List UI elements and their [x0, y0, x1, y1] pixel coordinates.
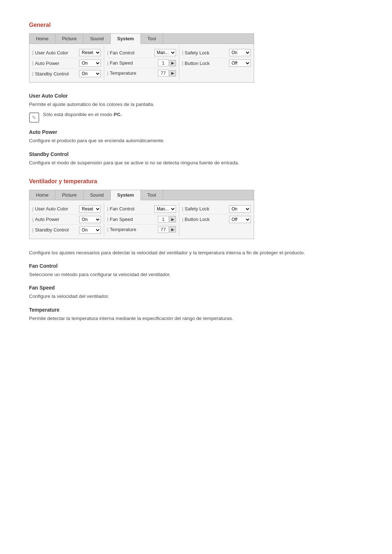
- note-main-text: Sólo está disponible en el modo: [43, 112, 112, 117]
- auto-power-text: Configure el producto para que se encien…: [29, 137, 363, 144]
- ventilador-panel-body: User Auto Color Reset Auto Power On Off: [29, 200, 254, 239]
- ventilador-intro-text: Configure los ajustes necesarios para de…: [29, 249, 363, 257]
- temperature-ctrl-1[interactable]: 77 ▶: [158, 70, 176, 77]
- row-safety-lock-1: Safety Lock On Off: [182, 48, 251, 58]
- row-button-lock-1: Button Lock Off On: [182, 58, 251, 68]
- fan-control-ctrl-1[interactable]: Man... Auto: [154, 49, 176, 56]
- panel-col-3: Safety Lock On Off Button Lock Off On: [179, 46, 254, 80]
- vent-standby-select[interactable]: On Off: [79, 226, 101, 234]
- fan-speed-label-1: Fan Speed: [107, 60, 158, 66]
- vent-fan-control-select[interactable]: Man... Auto: [154, 205, 176, 213]
- ventilador-title: Ventilador y temperatura: [29, 178, 363, 185]
- row-user-auto-color-1: User Auto Color Reset: [32, 48, 101, 58]
- fan-control-text: Seleccione un método para configurar la …: [29, 271, 363, 278]
- user-auto-color-label-1: User Auto Color: [32, 50, 79, 56]
- vent-fan-speed-ctrl[interactable]: 1 ▶: [158, 216, 176, 223]
- panel-col-2: Fan Control Man... Auto Fan Speed 1 ▶: [104, 46, 179, 80]
- user-auto-color-text: Permite el ajuste automático de los colo…: [29, 101, 363, 108]
- temperature-label-1: Temperature: [107, 70, 158, 76]
- vent-safety-lock-select[interactable]: On Off: [229, 205, 251, 213]
- note-bold-text: PC.: [114, 112, 122, 117]
- tab-system-2[interactable]: System: [111, 190, 141, 200]
- auto-power-label-1: Auto Power: [32, 61, 79, 66]
- vent-fan-speed-label: Fan Speed: [107, 217, 158, 222]
- vent-row-temperature: Temperature 77 ▶: [107, 225, 176, 234]
- standby-text: Configure el modo de suspensión para que…: [29, 159, 363, 167]
- safety-lock-ctrl-1[interactable]: On Off: [229, 49, 251, 56]
- fan-control-label-1: Fan Control: [107, 50, 154, 56]
- vent-auto-power-ctrl[interactable]: On Off: [79, 216, 101, 223]
- user-auto-color-select-1[interactable]: Reset: [79, 49, 101, 56]
- user-auto-color-note: ✎ Sólo está disponible en el modo PC.: [29, 112, 363, 123]
- vent-row-user-auto-color: User Auto Color Reset: [32, 204, 101, 214]
- auto-power-select-1[interactable]: On Off: [79, 59, 101, 67]
- tab-tool-2[interactable]: Tool: [141, 190, 163, 200]
- standby-select-1[interactable]: On Off: [79, 70, 101, 77]
- button-lock-ctrl-1[interactable]: Off On: [229, 59, 251, 67]
- vent-user-auto-color-label: User Auto Color: [32, 206, 79, 212]
- vent-standby-label: Standby Control: [32, 227, 79, 233]
- temperature-heading: Temperature: [29, 307, 363, 313]
- fan-control-select-1[interactable]: Man... Auto: [154, 49, 176, 56]
- vent-panel-col-2: Fan Control Man... Auto Fan Speed 1 ▶: [104, 202, 179, 237]
- tab-home-2[interactable]: Home: [29, 190, 56, 200]
- panel-col-1: User Auto Color Reset Auto Power On Off: [29, 46, 104, 80]
- tab-home-1[interactable]: Home: [29, 34, 56, 44]
- ventilador-section: Ventilador y temperatura Home Picture So…: [29, 178, 363, 322]
- vent-button-lock-select[interactable]: Off On: [229, 216, 251, 223]
- vent-user-auto-color-select[interactable]: Reset: [79, 205, 101, 213]
- vent-fan-speed-value: 1: [158, 216, 169, 223]
- vent-row-safety-lock: Safety Lock On Off: [182, 204, 251, 214]
- safety-lock-select-1[interactable]: On Off: [229, 49, 251, 56]
- vent-row-button-lock: Button Lock Off On: [182, 214, 251, 225]
- tab-picture-2[interactable]: Picture: [56, 190, 83, 200]
- tab-sound-2[interactable]: Sound: [83, 190, 111, 200]
- tab-system-1[interactable]: System: [111, 34, 141, 44]
- ventilador-panel: Home Picture Sound System Tool User Auto…: [29, 190, 254, 239]
- general-panel-body: User Auto Color Reset Auto Power On Off: [29, 44, 254, 82]
- standby-heading: Standby Control: [29, 151, 363, 157]
- vent-row-fan-speed: Fan Speed 1 ▶: [107, 214, 176, 225]
- vent-safety-lock-ctrl[interactable]: On Off: [229, 205, 251, 213]
- vent-fan-control-label: Fan Control: [107, 206, 154, 212]
- standby-control-1[interactable]: On Off: [79, 70, 101, 77]
- user-auto-color-heading: User Auto Color: [29, 93, 363, 99]
- vent-temperature-value: 77: [158, 226, 169, 233]
- general-tab-bar: Home Picture Sound System Tool: [29, 34, 254, 44]
- vent-safety-lock-label: Safety Lock: [182, 206, 229, 212]
- row-fan-control-1: Fan Control Man... Auto: [107, 48, 176, 58]
- row-auto-power-1: Auto Power On Off: [32, 58, 101, 69]
- vent-button-lock-label: Button Lock: [182, 217, 229, 222]
- vent-standby-ctrl[interactable]: On Off: [79, 226, 101, 234]
- button-lock-select-1[interactable]: Off On: [229, 59, 251, 67]
- vent-row-auto-power: Auto Power On Off: [32, 214, 101, 225]
- fan-speed-arrow-1[interactable]: ▶: [170, 60, 176, 66]
- ventilador-tab-bar: Home Picture Sound System Tool: [29, 190, 254, 200]
- vent-row-fan-control: Fan Control Man... Auto: [107, 204, 176, 214]
- vent-user-auto-color-ctrl[interactable]: Reset: [79, 205, 101, 213]
- temperature-value-1: 77: [158, 70, 169, 77]
- tab-sound-1[interactable]: Sound: [83, 34, 111, 44]
- vent-fan-ctrl[interactable]: Man... Auto: [154, 205, 176, 213]
- vent-auto-power-select[interactable]: On Off: [79, 216, 101, 223]
- temperature-arrow-1[interactable]: ▶: [170, 70, 176, 77]
- fan-control-heading: Fan Control: [29, 263, 363, 269]
- row-temperature-1: Temperature 77 ▶: [107, 68, 176, 78]
- vent-temperature-arrow[interactable]: ▶: [170, 226, 176, 233]
- row-standby-1: Standby Control On Off: [32, 69, 101, 79]
- tab-tool-1[interactable]: Tool: [141, 34, 163, 44]
- vent-row-standby: Standby Control On Off: [32, 225, 101, 235]
- vent-temperature-ctrl[interactable]: 77 ▶: [158, 226, 176, 233]
- vent-panel-col-3: Safety Lock On Off Button Lock Off On: [179, 202, 254, 237]
- general-section: General Home Picture Sound System Tool U…: [29, 22, 363, 167]
- fan-speed-ctrl-1[interactable]: 1 ▶: [158, 59, 176, 66]
- vent-button-lock-ctrl[interactable]: Off On: [229, 216, 251, 223]
- button-lock-label-1: Button Lock: [182, 61, 229, 66]
- tab-picture-1[interactable]: Picture: [56, 34, 83, 44]
- vent-panel-col-1: User Auto Color Reset Auto Power On Off: [29, 202, 104, 237]
- note-icon: ✎: [29, 112, 39, 123]
- vent-fan-speed-arrow[interactable]: ▶: [170, 216, 176, 222]
- user-auto-color-control-1[interactable]: Reset: [79, 49, 101, 56]
- auto-power-control-1[interactable]: On Off: [79, 59, 101, 67]
- fan-speed-heading: Fan Speed: [29, 285, 363, 291]
